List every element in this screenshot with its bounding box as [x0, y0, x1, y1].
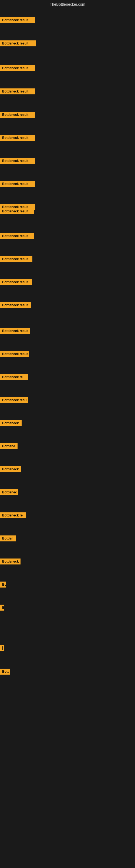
bottleneck-badge[interactable]: Bottleneck result	[0, 112, 35, 118]
bottleneck-badge[interactable]: Bott	[0, 669, 10, 675]
bottleneck-badge[interactable]: Bottleneck result	[0, 208, 34, 214]
bottleneck-badge[interactable]: Bottleneck result	[0, 17, 35, 23]
bottleneck-badge[interactable]: Bottleneck result	[0, 135, 35, 141]
bottleneck-badge[interactable]: Bottleneck result	[0, 351, 29, 357]
bottleneck-badge[interactable]: Bottleneck result	[0, 279, 32, 285]
bottleneck-badge[interactable]: Bottleneck re	[0, 374, 28, 380]
bottleneck-badge[interactable]: Bottleneck result	[0, 328, 30, 334]
bottleneck-badge[interactable]: B	[0, 604, 4, 611]
header: TheBottlenecker.com	[0, 0, 135, 9]
bottleneck-badge[interactable]: Bottleneck result	[0, 158, 35, 164]
bottleneck-badge[interactable]: Bottleneck	[0, 466, 21, 472]
bottleneck-badge[interactable]: Bottleneck result	[0, 181, 35, 187]
bottleneck-badge[interactable]: Bottleneck result	[0, 40, 36, 46]
bottleneck-badge[interactable]: Bottleneck re	[0, 513, 26, 518]
bottleneck-badge[interactable]: |	[0, 645, 4, 651]
bottleneck-badge[interactable]: Bottleneck resul	[0, 397, 28, 403]
bottleneck-badge[interactable]: Bottlenec	[0, 489, 18, 495]
bottleneck-badge[interactable]: Bottleneck result	[0, 302, 31, 308]
bottleneck-badge[interactable]: Bottlene	[0, 443, 17, 449]
bottleneck-badge[interactable]: Bottleneck result	[0, 88, 35, 94]
bottleneck-badge[interactable]: Bottleneck result	[0, 256, 32, 262]
site-title: TheBottlenecker.com	[50, 2, 85, 6]
bottleneck-badge[interactable]: Bottleneck	[0, 558, 20, 564]
bottleneck-badge[interactable]: Bottleneck	[0, 420, 21, 426]
bottleneck-badge[interactable]: Bottlen	[0, 535, 16, 541]
bottleneck-badge[interactable]: Bo	[0, 582, 6, 588]
bottleneck-badge[interactable]: Bottleneck result	[0, 65, 35, 71]
bottleneck-badge[interactable]: Bottleneck result	[0, 233, 34, 239]
